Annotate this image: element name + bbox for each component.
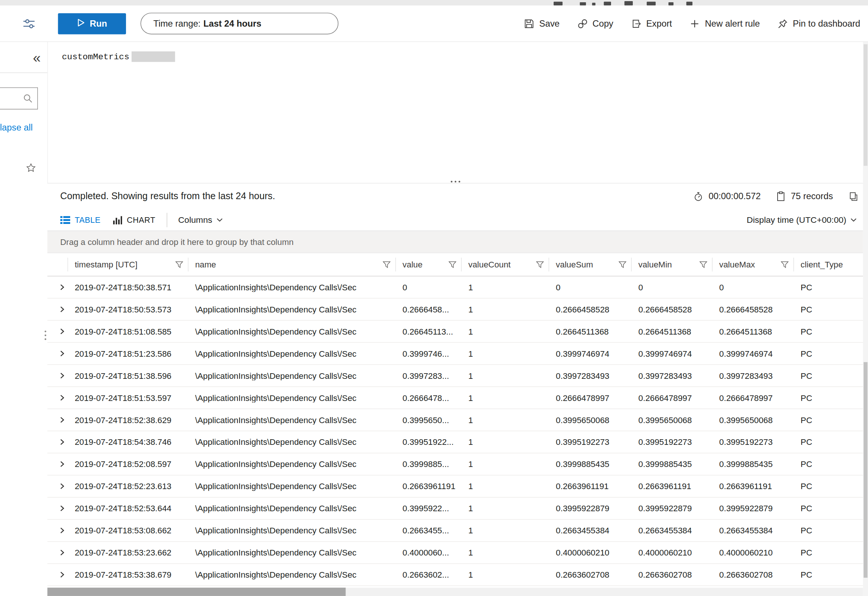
column-header-clienttype[interactable]: client_Type xyxy=(794,253,863,276)
cell-valuecount: 1 xyxy=(462,371,549,380)
cell-valuesum: 0.2666478997 xyxy=(549,393,632,402)
cell-clienttype: PC xyxy=(794,437,863,447)
horizontal-scrollbar[interactable] xyxy=(47,588,863,596)
row-expander[interactable] xyxy=(47,438,68,446)
vertical-scrollbar[interactable] xyxy=(863,42,868,596)
table-row[interactable]: 2019-07-24T18:54:38.746 \ApplicationInsi… xyxy=(47,431,863,453)
row-expander[interactable] xyxy=(47,372,68,379)
cell-clienttype: PC xyxy=(794,459,863,469)
cell-value: 0.3995650... xyxy=(396,415,461,425)
cell-name: \ApplicationInsights\Dependency Calls\/S… xyxy=(188,305,396,314)
editor-resize-handle[interactable] xyxy=(451,181,460,182)
column-header-valuemax[interactable]: valueMax xyxy=(712,253,794,276)
query-text: customMetrics xyxy=(62,52,129,62)
row-expander[interactable] xyxy=(47,416,68,423)
cell-name: \ApplicationInsights\Dependency Calls\/S… xyxy=(188,459,396,469)
table-row[interactable]: 2019-07-24T18:51:53.597 \ApplicationInsi… xyxy=(47,387,863,409)
cell-timestamp: 2019-07-24T18:51:23.586 xyxy=(68,349,188,358)
column-header-valuemin[interactable]: valueMin xyxy=(632,253,713,276)
table-row[interactable]: 2019-07-24T18:51:23.586 \ApplicationInsi… xyxy=(47,343,863,365)
copy-button[interactable]: Copy xyxy=(577,18,613,29)
row-expander[interactable] xyxy=(47,461,68,468)
row-expander[interactable] xyxy=(47,549,68,556)
command-bar: Run Time range: Last 24 hours Save Copy xyxy=(0,6,868,42)
results-scrollbar-thumb[interactable] xyxy=(863,362,867,578)
column-header-value[interactable]: value xyxy=(396,253,461,276)
cell-timestamp: 2019-07-24T18:52:53.644 xyxy=(68,504,188,513)
cell-value: 0 xyxy=(396,282,461,292)
collapse-all-link[interactable]: lapse all xyxy=(0,123,33,133)
column-header-valuesum[interactable]: valueSum xyxy=(549,253,632,276)
tab-table[interactable]: TABLE xyxy=(60,215,101,224)
table-row[interactable]: 2019-07-24T18:52:08.597 \ApplicationInsi… xyxy=(47,453,863,476)
tab-chart[interactable]: CHART xyxy=(113,215,155,224)
row-expander[interactable] xyxy=(47,527,68,534)
table-row[interactable]: 2019-07-24T18:52:23.613 \ApplicationInsi… xyxy=(47,476,863,498)
group-by-drop-zone[interactable]: Drag a column header and drop it here to… xyxy=(47,231,863,253)
column-header-timestamp[interactable]: timestamp [UTC] xyxy=(68,253,188,276)
query-settings-icon[interactable] xyxy=(21,16,37,31)
favorites-star-icon[interactable] xyxy=(26,162,36,174)
cell-timestamp: 2019-07-24T18:53:23.662 xyxy=(68,548,188,557)
filter-funnel-icon[interactable] xyxy=(781,261,789,269)
filter-funnel-icon[interactable] xyxy=(175,261,183,269)
columns-dropdown[interactable]: Columns xyxy=(178,215,223,225)
cell-valuemax: 0.3997283493 xyxy=(712,371,794,380)
pin-to-dashboard-button[interactable]: Pin to dashboard xyxy=(777,18,860,29)
row-expander[interactable] xyxy=(47,284,68,291)
table-row[interactable]: 2019-07-24T18:51:08.585 \ApplicationInsi… xyxy=(47,321,863,343)
table-row[interactable]: 2019-07-24T18:52:53.644 \ApplicationInsi… xyxy=(47,498,863,520)
cell-valuecount: 1 xyxy=(462,504,549,513)
row-expander[interactable] xyxy=(47,394,68,401)
column-header-valuecount[interactable]: valueCount xyxy=(462,253,549,276)
cell-timestamp: 2019-07-24T18:53:08.662 xyxy=(68,526,188,535)
table-row[interactable]: 2019-07-24T18:52:38.629 \ApplicationInsi… xyxy=(47,409,863,431)
display-time-dropdown[interactable]: Display time (UTC+00:00) xyxy=(747,215,857,225)
export-button[interactable]: Export xyxy=(631,18,672,29)
pane-drag-grip[interactable] xyxy=(45,330,46,340)
new-alert-rule-button[interactable]: New alert rule xyxy=(689,18,760,29)
table-row[interactable]: 2019-07-24T18:51:38.596 \ApplicationInsi… xyxy=(47,365,863,387)
cell-valuemax: 0.3995650068 xyxy=(712,415,794,425)
filter-funnel-icon[interactable] xyxy=(699,261,707,269)
filter-funnel-icon[interactable] xyxy=(383,261,391,269)
time-range-picker[interactable]: Time range: Last 24 hours xyxy=(141,13,339,34)
column-header-label: valueMin xyxy=(638,260,672,269)
editor-scrollbar-thumb[interactable] xyxy=(863,44,867,166)
table-row[interactable]: 2019-07-24T18:50:38.571 \ApplicationInsi… xyxy=(47,276,863,299)
results-status-row: Completed. Showing results from the last… xyxy=(47,183,863,209)
run-button[interactable]: Run xyxy=(58,13,126,34)
cell-clienttype: PC xyxy=(794,504,863,513)
row-expander[interactable] xyxy=(47,306,68,313)
row-expander[interactable] xyxy=(47,505,68,512)
cell-timestamp: 2019-07-24T18:53:38.679 xyxy=(68,570,188,579)
query-editor[interactable]: customMetrics xyxy=(47,42,863,183)
chevron-right-icon xyxy=(59,461,66,468)
table-row[interactable]: 2019-07-24T18:53:08.662 \ApplicationInsi… xyxy=(47,519,863,542)
row-expander[interactable] xyxy=(47,571,68,578)
row-expander[interactable] xyxy=(47,350,68,357)
save-button[interactable]: Save xyxy=(524,18,560,29)
copy-results-button[interactable] xyxy=(848,191,859,201)
table-row[interactable]: 2019-07-24T18:53:23.662 \ApplicationInsi… xyxy=(47,542,863,564)
cell-name: \ApplicationInsights\Dependency Calls\/S… xyxy=(188,504,396,513)
table-row[interactable]: 2019-07-24T18:53:38.679 \ApplicationInsi… xyxy=(47,564,863,586)
cell-clienttype: PC xyxy=(794,482,863,491)
cell-valuemax: 0.2663455384 xyxy=(712,526,794,535)
table-row[interactable]: 2019-07-24T18:50:53.573 \ApplicationInsi… xyxy=(47,299,863,321)
cell-name: \ApplicationInsights\Dependency Calls\/S… xyxy=(188,371,396,380)
filter-funnel-icon[interactable] xyxy=(618,261,626,269)
row-expander[interactable] xyxy=(47,328,68,335)
search-input[interactable] xyxy=(0,87,38,110)
filter-funnel-icon[interactable] xyxy=(448,261,457,269)
pin-to-dashboard-label: Pin to dashboard xyxy=(793,18,860,29)
column-header-name[interactable]: name xyxy=(188,253,396,276)
cropped-icon xyxy=(686,2,692,5)
chevron-right-icon xyxy=(59,416,66,423)
horizontal-scrollbar-thumb[interactable] xyxy=(47,588,345,596)
filter-funnel-icon[interactable] xyxy=(536,261,544,269)
chevron-down-icon xyxy=(850,218,857,222)
row-expander[interactable] xyxy=(47,483,68,490)
collapse-pane-chevrons-icon[interactable]: « xyxy=(33,51,41,65)
clipboard-icon xyxy=(776,191,786,201)
